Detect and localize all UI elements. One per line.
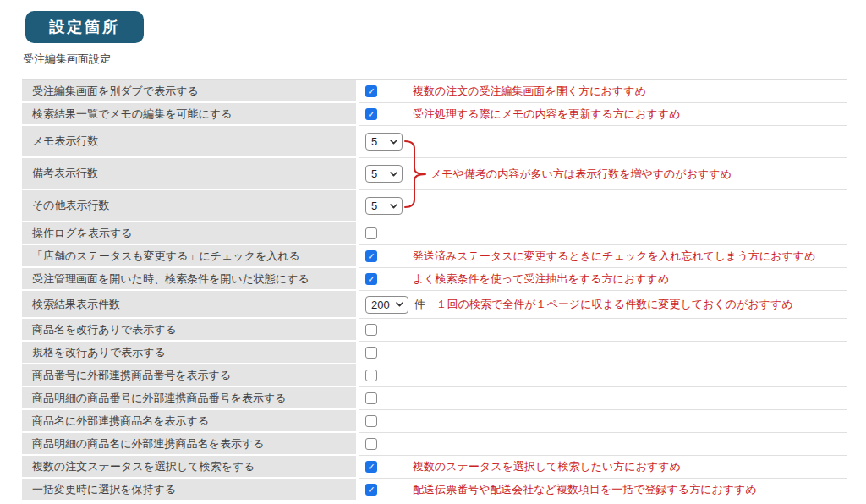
checkbox-checked[interactable]: ✓ xyxy=(365,250,377,262)
setting-value-cell: ✓配送伝票番号や配送会社など複数項目を一括で登録する方におすすめ xyxy=(359,479,847,501)
section-title: 受注編集画面設定 xyxy=(23,52,866,67)
setting-label: メモ表示行数 xyxy=(22,126,356,158)
setting-label: 受注編集画面を別ダブで表示する xyxy=(22,80,356,103)
settings-row: 商品番号に外部連携商品番号を表示する xyxy=(22,364,847,387)
setting-label: 検索結果表示件数 xyxy=(22,291,356,319)
section-badge: 設定箇所 xyxy=(25,11,144,43)
checkbox-checked[interactable]: ✓ xyxy=(365,484,377,496)
settings-row: 商品名を改行ありで表示する xyxy=(22,319,847,342)
setting-value-cell: 5 xyxy=(359,190,847,222)
value-select[interactable]: 5 xyxy=(365,197,403,215)
checkbox-checked[interactable]: ✓ xyxy=(365,85,377,97)
settings-row: 受注編集画面を別ダブで表示する✓複数の注文の受注編集画面を開く方におすすめ xyxy=(22,80,847,103)
setting-value-cell xyxy=(359,364,847,387)
settings-row: 商品明細の商品番号に外部連携商品番号を表示する xyxy=(22,387,847,410)
settings-row: 複数の注文ステータスを選択して検索をする✓複数のステータスを選択して検索したい方… xyxy=(22,456,847,479)
select-value: 5 xyxy=(371,135,377,148)
setting-value-cell: ✓受注処理する際にメモの内容を更新する方におすすめ xyxy=(359,103,847,126)
setting-value-cell: ✓複数の注文の受注編集画面を開く方におすすめ xyxy=(359,80,847,103)
settings-row: 商品明細の商品名に外部連携商品名を表示する xyxy=(22,433,847,456)
settings-row: メモ表示行数5 xyxy=(22,126,847,158)
chevron-down-icon xyxy=(396,302,403,307)
bracket-recommendation-note: メモや備考の内容が多い方は表示行数を増やすのがおすすめ xyxy=(430,167,732,182)
setting-value-cell xyxy=(359,319,847,342)
settings-row: 一括変更時に選択を保持する✓配送伝票番号や配送会社など複数項目を一括で登録する方… xyxy=(22,479,847,501)
setting-label: 規格を改行ありで表示する xyxy=(22,342,356,364)
setting-value-cell xyxy=(359,410,847,433)
recommendation-note: 発送済みステータスに変更するときにチェックを入れ忘れてしまう方におすすめ xyxy=(413,249,815,264)
value-select[interactable]: 5 xyxy=(365,165,403,183)
setting-value-cell: ✓よく検索条件を使って受注抽出をする方におすすめ xyxy=(359,268,847,291)
chevron-down-icon xyxy=(390,172,397,177)
checkbox-unchecked[interactable] xyxy=(365,392,377,404)
setting-value-cell: 200件１回の検索で全件が１ページに収まる件数に変更しておくのがおすすめ xyxy=(359,291,847,319)
setting-value-cell: 5メモや備考の内容が多い方は表示行数を増やすのがおすすめ xyxy=(359,158,847,190)
setting-label: 検索結果一覧でメモの編集を可能にする xyxy=(22,103,356,126)
checkbox-unchecked[interactable] xyxy=(365,438,377,450)
settings-row: その他表示行数5 xyxy=(22,190,847,222)
settings-row: 「店舗のステータスも変更する」にチェックを入れる✓発送済みステータスに変更すると… xyxy=(22,245,847,268)
recommendation-note: よく検索条件を使って受注抽出をする方におすすめ xyxy=(413,271,669,287)
checkbox-unchecked[interactable] xyxy=(365,227,377,239)
setting-label: 一括変更時に選択を保持する xyxy=(22,479,356,501)
setting-label: 商品明細の商品番号に外部連携商品番号を表示する xyxy=(22,387,356,410)
page: 設定箇所 受注編集画面設定 受注編集画面を別ダブで表示する✓複数の注文の受注編集… xyxy=(0,0,866,501)
select-value: 5 xyxy=(371,200,377,212)
setting-value-cell xyxy=(359,342,847,364)
checkbox-unchecked[interactable] xyxy=(365,324,377,336)
chevron-down-icon xyxy=(390,204,397,209)
setting-value-cell: ✓複数のステータスを選択して検索したい方におすすめ xyxy=(359,456,847,479)
settings-row: 操作ログを表示する xyxy=(22,222,847,245)
checkbox-checked[interactable]: ✓ xyxy=(365,461,377,473)
checkbox-unchecked[interactable] xyxy=(365,347,377,359)
setting-label: 操作ログを表示する xyxy=(22,222,356,245)
select-value: 200 xyxy=(371,299,390,311)
setting-value-cell: ✓発送済みステータスに変更するときにチェックを入れ忘れてしまう方におすすめ xyxy=(359,245,847,268)
settings-row: 検索結果一覧でメモの編集を可能にする✓受注処理する際にメモの内容を更新する方にお… xyxy=(22,103,847,126)
setting-value-cell xyxy=(359,387,847,410)
setting-label: 商品番号に外部連携商品番号を表示する xyxy=(22,364,356,387)
recommendation-note: １回の検索で全件が１ページに収まる件数に変更しておくのがおすすめ xyxy=(436,297,793,312)
recommendation-note: 複数の注文の受注編集画面を開く方におすすめ xyxy=(413,84,646,99)
checkbox-unchecked[interactable] xyxy=(365,370,377,381)
settings-row: 受注管理画面を開いた時、検索条件を開いた状態にする✓よく検索条件を使って受注抽出… xyxy=(22,268,847,291)
setting-value-cell xyxy=(359,433,847,456)
checkbox-checked[interactable]: ✓ xyxy=(365,273,377,285)
settings-table: 受注編集画面を別ダブで表示する✓複数の注文の受注編集画面を開く方におすすめ検索結… xyxy=(22,79,847,501)
value-select[interactable]: 200 xyxy=(365,296,408,314)
setting-label: その他表示行数 xyxy=(22,190,356,222)
recommendation-note: 配送伝票番号や配送会社など複数項目を一括で登録する方におすすめ xyxy=(413,482,757,497)
setting-label: 複数の注文ステータスを選択して検索をする xyxy=(22,456,356,479)
unit-label: 件 xyxy=(414,297,425,312)
setting-label: 「店舗のステータスも変更する」にチェックを入れる xyxy=(22,245,356,268)
checkbox-checked[interactable]: ✓ xyxy=(365,108,377,120)
settings-row: 検索結果表示件数200件１回の検索で全件が１ページに収まる件数に変更しておくのが… xyxy=(22,291,847,319)
setting-value-cell: 5 xyxy=(359,126,847,158)
recommendation-note: 受注処理する際にメモの内容を更新する方におすすめ xyxy=(413,107,680,122)
setting-value-cell xyxy=(359,222,847,245)
recommendation-note: 複数のステータスを選択して検索したい方におすすめ xyxy=(413,459,681,474)
select-value: 5 xyxy=(371,167,377,180)
setting-label: 商品明細の商品名に外部連携商品名を表示する xyxy=(22,433,356,456)
settings-row: 備考表示行数5メモや備考の内容が多い方は表示行数を増やすのがおすすめ xyxy=(22,158,847,190)
chevron-down-icon xyxy=(390,140,397,145)
settings-row: 規格を改行ありで表示する xyxy=(22,342,847,364)
setting-label: 備考表示行数 xyxy=(22,158,356,190)
setting-label: 商品名に外部連携商品名を表示する xyxy=(22,410,356,433)
checkbox-unchecked[interactable] xyxy=(365,415,377,427)
settings-row: 商品名に外部連携商品名を表示する xyxy=(22,410,847,433)
value-select[interactable]: 5 xyxy=(365,133,403,151)
setting-label: 受注管理画面を開いた時、検索条件を開いた状態にする xyxy=(22,268,356,291)
setting-label: 商品名を改行ありで表示する xyxy=(22,319,356,342)
